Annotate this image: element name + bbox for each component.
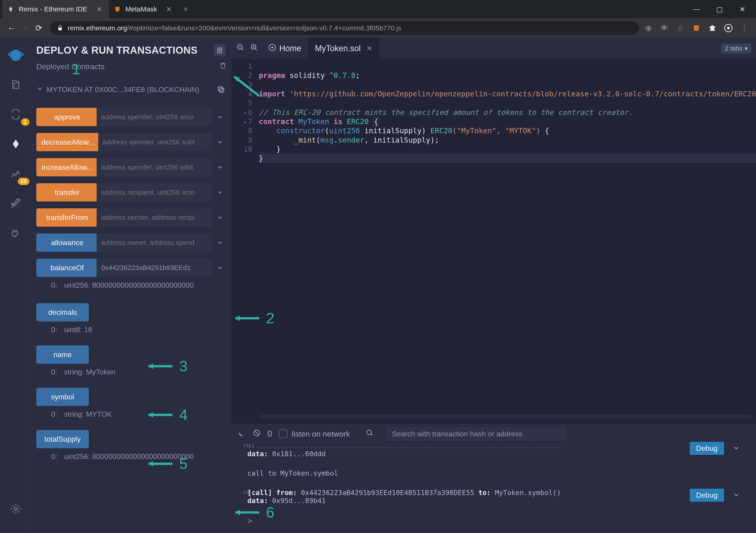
svg-marker-1: [115, 7, 120, 12]
chevron-down-icon: [36, 85, 43, 94]
fn-approve-input[interactable]: [96, 108, 211, 126]
window-maximize-button[interactable]: ▢: [708, 0, 731, 18]
browser-tab-metamask[interactable]: MetaMask ✕: [109, 0, 178, 18]
compiler-badge: 1: [21, 118, 29, 126]
fn-transferfrom-input[interactable]: [96, 208, 211, 227]
from-label: from:: [272, 489, 297, 497]
browser-tab-remix[interactable]: Remix - Ethereum IDE ✕: [2, 0, 109, 18]
url-domain: remix.ethereum.org: [68, 24, 127, 32]
code-content[interactable]: pragma solidity ^0.7.0; import 'https://…: [256, 59, 756, 414]
fn-transferfrom-button[interactable]: transferFrom: [36, 208, 98, 227]
close-icon[interactable]: ✕: [166, 5, 172, 13]
result-value: uint256: 8000000000000000000000000: [64, 281, 194, 290]
panel-doc-icon[interactable]: [214, 44, 226, 56]
analysis-badge: 55: [18, 178, 29, 185]
result-value: string: MYTOK: [64, 410, 112, 419]
fn-increase-input[interactable]: [96, 158, 211, 176]
zoom-icon[interactable]: ⊕: [644, 23, 653, 33]
clear-icon[interactable]: [253, 429, 260, 439]
code-editor[interactable]: 1 2 3 4 5 ▾6 ▾7 8 9 10 pragma solidity ^…: [231, 59, 756, 414]
icon-sidebar: 1 55: [0, 38, 32, 533]
terminal-entry: call [call] from: 0x44236223aB4291b93EEd…: [247, 489, 747, 505]
svg-point-4: [727, 27, 730, 29]
fn-symbol-button[interactable]: symbol: [36, 388, 89, 406]
static-analysis-icon[interactable]: 55: [6, 163, 26, 184]
remix-logo-icon[interactable]: [6, 44, 26, 65]
bookmark-icon[interactable]: ☆: [676, 23, 685, 33]
listen-label: listen on network: [292, 430, 350, 438]
call-tag: call: [243, 490, 255, 495]
svg-marker-7: [13, 140, 19, 148]
plugin-manager-icon[interactable]: [6, 223, 26, 243]
chevron-down-icon[interactable]: [213, 185, 227, 199]
fn-name-button[interactable]: name: [36, 346, 89, 364]
data-label: data:: [247, 450, 268, 458]
lock-icon: [57, 25, 63, 31]
fn-transfer-button[interactable]: transfer: [36, 183, 98, 202]
new-tab-button[interactable]: +: [183, 4, 188, 14]
tabs-dropdown[interactable]: 2 tabs ▾: [721, 43, 751, 54]
terminal-collapse-icon[interactable]: [238, 429, 246, 439]
profile-icon[interactable]: [724, 23, 733, 33]
fn-decrease-input[interactable]: [98, 133, 211, 151]
file-explorer-icon[interactable]: [6, 74, 26, 95]
copy-icon[interactable]: [215, 84, 227, 95]
fn-balanceof-input[interactable]: [96, 259, 211, 277]
zoom-out-icon[interactable]: [236, 43, 245, 53]
chevron-down-icon[interactable]: [213, 135, 227, 149]
nav-forward-button[interactable]: →: [18, 21, 32, 35]
to-value: MyToken.symbol(): [491, 489, 561, 497]
fn-approve-button[interactable]: approve: [36, 108, 98, 126]
chevron-down-icon[interactable]: [213, 160, 227, 174]
terminal: 0 listen on network Search with transact…: [231, 423, 756, 533]
fn-allowance-button[interactable]: allowance: [36, 234, 98, 252]
window-close-button[interactable]: ✕: [731, 0, 754, 18]
fn-increase-button[interactable]: increaseAllow...: [36, 158, 98, 176]
home-tab[interactable]: Home: [261, 38, 308, 59]
fn-totalsupply-button[interactable]: totalSupply: [36, 430, 89, 448]
file-tab[interactable]: MyToken.sol ✕: [308, 38, 379, 59]
settings-icon[interactable]: [6, 499, 26, 519]
nav-reload-button[interactable]: ⟳: [32, 21, 46, 35]
result-index: 0:: [51, 410, 57, 419]
chevron-down-icon[interactable]: [213, 236, 227, 249]
chevron-down-icon[interactable]: [733, 444, 740, 454]
solidity-compiler-icon[interactable]: 1: [6, 104, 26, 125]
contract-instance-header[interactable]: MYTOKEN AT 0X00C...34FE8 (BLOCKCHAIN): [36, 84, 227, 95]
chevron-down-icon[interactable]: [733, 491, 740, 500]
listen-checkbox[interactable]: [279, 430, 287, 438]
chevron-down-icon[interactable]: [213, 210, 227, 224]
deployed-trash-icon[interactable]: [219, 62, 227, 71]
menu-icon[interactable]: ⋮: [740, 23, 749, 33]
extensions-icon[interactable]: [708, 23, 717, 33]
remix-favicon-icon: [7, 5, 14, 13]
fn-balanceof-button[interactable]: balanceOf: [36, 259, 98, 277]
incognito-icon[interactable]: 👁: [660, 23, 669, 33]
debug-button[interactable]: Debug: [690, 489, 724, 502]
close-icon[interactable]: ✕: [96, 5, 102, 13]
deploy-run-icon[interactable]: [6, 134, 26, 154]
call-tag: call: [243, 443, 255, 448]
url-input[interactable]: remix.ethereum.org/#optimize=false&runs=…: [50, 21, 639, 35]
chevron-down-icon[interactable]: [213, 110, 227, 124]
fn-decrease-button[interactable]: decreaseAllow...: [36, 133, 99, 151]
terminal-prompt[interactable]: >: [231, 516, 756, 525]
tabs-count: 2 tabs: [725, 45, 742, 52]
close-icon[interactable]: ✕: [366, 44, 372, 53]
nav-back-button[interactable]: ←: [5, 21, 18, 35]
browser-urlbar: ← → ⟳ remix.ethereum.org/#optimize=false…: [0, 18, 756, 38]
svg-rect-10: [220, 88, 224, 92]
metamask-ext-icon[interactable]: [691, 23, 701, 33]
terminal-search-input[interactable]: Search with transaction hash or address: [386, 427, 567, 441]
unit-testing-icon[interactable]: [6, 193, 26, 213]
fn-allowance-input[interactable]: [96, 234, 211, 252]
zoom-in-icon[interactable]: [250, 43, 258, 53]
search-icon[interactable]: [366, 429, 374, 439]
window-minimize-button[interactable]: —: [685, 0, 708, 18]
fn-transfer-input[interactable]: [96, 183, 211, 202]
result-value: string: MyToken: [64, 368, 115, 376]
fn-decimals-button[interactable]: decimals: [36, 303, 89, 322]
editor-horizontal-scrollbar[interactable]: [261, 414, 751, 419]
debug-button[interactable]: Debug: [690, 442, 724, 455]
chevron-down-icon[interactable]: [213, 261, 227, 275]
